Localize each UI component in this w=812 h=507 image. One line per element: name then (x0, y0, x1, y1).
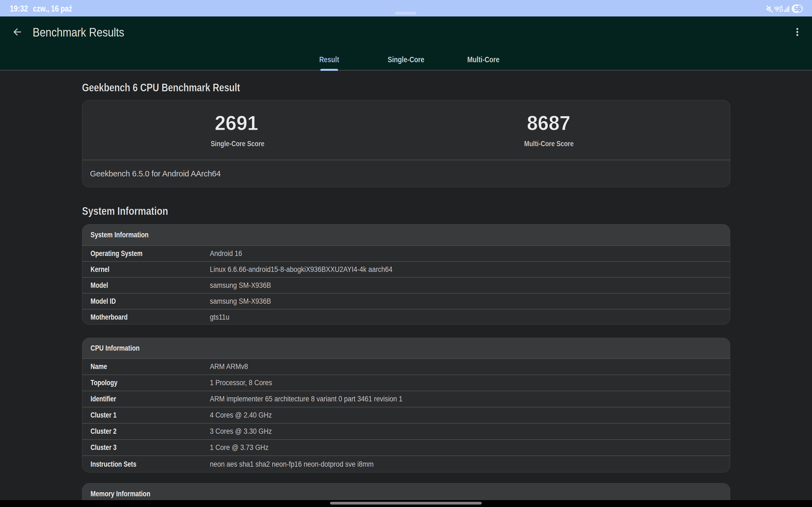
svg-text:6: 6 (780, 5, 782, 9)
